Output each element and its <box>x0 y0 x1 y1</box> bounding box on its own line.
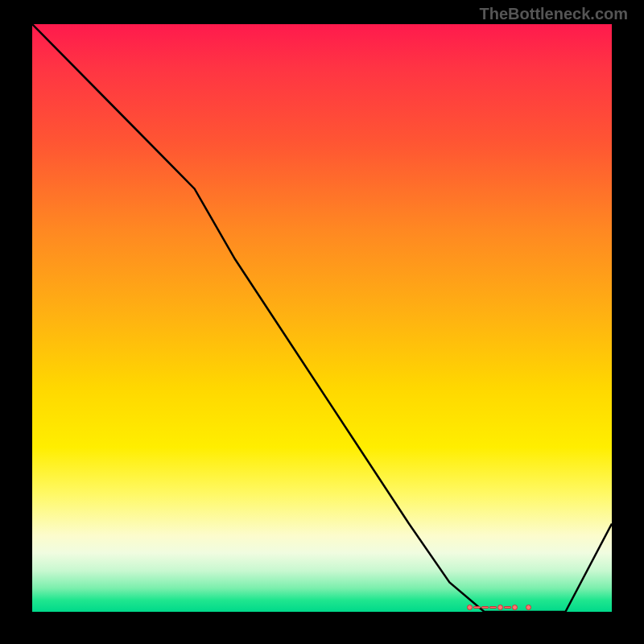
optimal-region-markers <box>467 600 572 606</box>
bottleneck-curve <box>32 24 612 612</box>
watermark-text: TheBottleneck.com <box>480 5 628 23</box>
chart-plot-area <box>32 24 612 612</box>
